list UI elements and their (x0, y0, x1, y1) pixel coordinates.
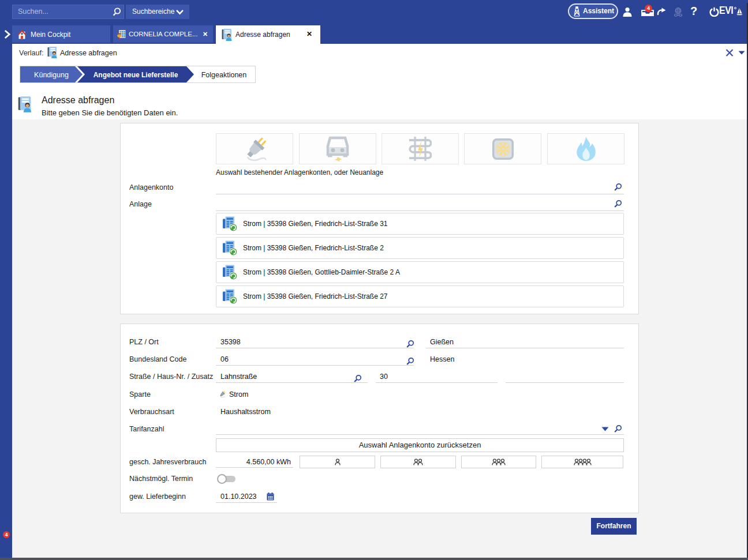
svg-text:Folgeaktionen: Folgeaktionen (201, 71, 247, 79)
svg-text:Angebot neue Lieferstelle: Angebot neue Lieferstelle (94, 71, 178, 79)
svg-text:Kündigung: Kündigung (34, 71, 69, 79)
